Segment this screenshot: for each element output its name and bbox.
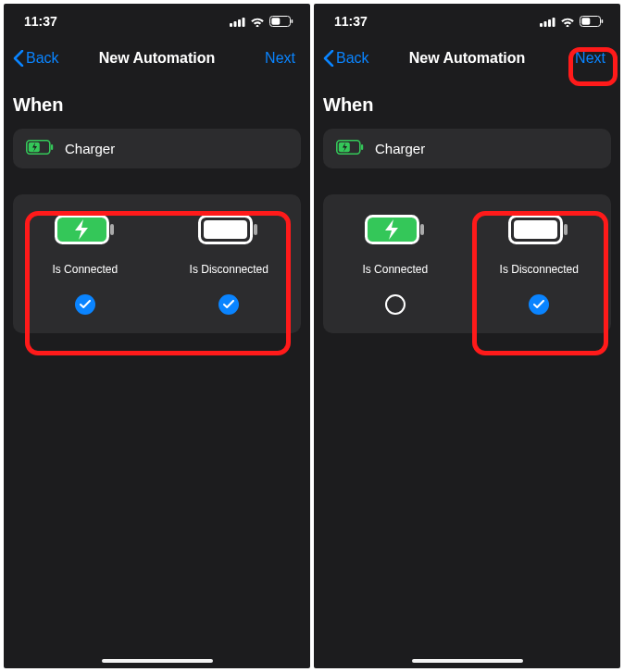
status-time: 11:37 (334, 14, 368, 29)
wifi-icon (250, 16, 265, 27)
back-button[interactable]: Back (13, 50, 59, 67)
navbar: Back New Automation Next (314, 39, 620, 78)
svg-rect-0 (230, 23, 232, 27)
home-indicator[interactable] (412, 659, 523, 663)
svg-rect-11 (110, 224, 114, 235)
battery-icon (580, 16, 604, 27)
option-connected-label: Is Connected (362, 263, 428, 276)
svg-rect-28 (514, 220, 557, 239)
option-connected[interactable]: Is Connected (323, 215, 468, 315)
cellular-icon (230, 17, 245, 27)
checkmark-icon (218, 294, 239, 315)
cellular-icon (540, 17, 555, 27)
checkmark-icon (75, 294, 95, 315)
options-card: Is Connected Is Disconnected (323, 194, 611, 333)
options-card: Is Connected Is Disconnected (13, 194, 301, 333)
svg-rect-18 (553, 18, 555, 27)
section-header-when: When (13, 94, 301, 116)
option-disconnected[interactable]: Is Disconnected (468, 215, 612, 315)
battery-charging-icon (365, 215, 426, 244)
status-bar: 11:37 (314, 4, 620, 39)
charger-icon (336, 140, 364, 157)
option-disconnected[interactable]: Is Disconnected (157, 215, 302, 315)
svg-rect-6 (292, 19, 293, 23)
section-header-when: When (323, 94, 611, 116)
svg-rect-13 (204, 220, 247, 239)
chevron-left-icon (323, 50, 334, 67)
svg-rect-15 (540, 23, 543, 27)
svg-rect-26 (420, 224, 424, 235)
charger-label: Charger (65, 141, 115, 156)
svg-rect-5 (271, 18, 280, 24)
option-connected[interactable]: Is Connected (13, 215, 157, 315)
svg-rect-24 (361, 144, 363, 150)
option-connected-label: Is Connected (52, 263, 118, 276)
next-button[interactable]: Next (569, 46, 611, 70)
screenshot-right: 11:37 Back New Automation (314, 4, 620, 668)
checkmark-icon (529, 294, 549, 315)
svg-rect-16 (544, 21, 547, 27)
svg-rect-1 (234, 21, 237, 27)
back-label: Back (336, 50, 369, 67)
screenshot-left: 11:37 Back New Automation (4, 4, 310, 668)
svg-rect-3 (243, 18, 245, 27)
svg-rect-21 (602, 19, 604, 23)
charger-row[interactable]: Charger (13, 129, 301, 168)
back-button[interactable]: Back (323, 50, 369, 67)
charger-label: Charger (375, 141, 425, 156)
option-disconnected-label: Is Disconnected (190, 263, 268, 276)
battery-charging-icon (55, 215, 116, 244)
svg-rect-14 (254, 224, 257, 235)
next-button[interactable]: Next (259, 46, 301, 70)
navbar: Back New Automation Next (4, 39, 310, 78)
home-indicator[interactable] (102, 659, 213, 663)
back-label: Back (26, 50, 59, 67)
status-time: 11:37 (24, 14, 57, 29)
battery-full-icon (198, 215, 259, 244)
svg-rect-17 (548, 19, 551, 27)
chevron-left-icon (13, 50, 24, 67)
svg-rect-29 (564, 224, 568, 235)
option-disconnected-label: Is Disconnected (500, 263, 579, 276)
status-bar: 11:37 (4, 4, 310, 39)
wifi-icon (560, 16, 575, 27)
svg-rect-20 (581, 18, 590, 24)
battery-icon (269, 16, 293, 27)
charger-row[interactable]: Charger (323, 129, 611, 168)
charger-icon (26, 140, 54, 157)
radio-unchecked-icon (385, 294, 406, 315)
battery-full-icon (508, 215, 569, 244)
svg-rect-9 (51, 144, 53, 150)
svg-rect-2 (238, 19, 241, 27)
